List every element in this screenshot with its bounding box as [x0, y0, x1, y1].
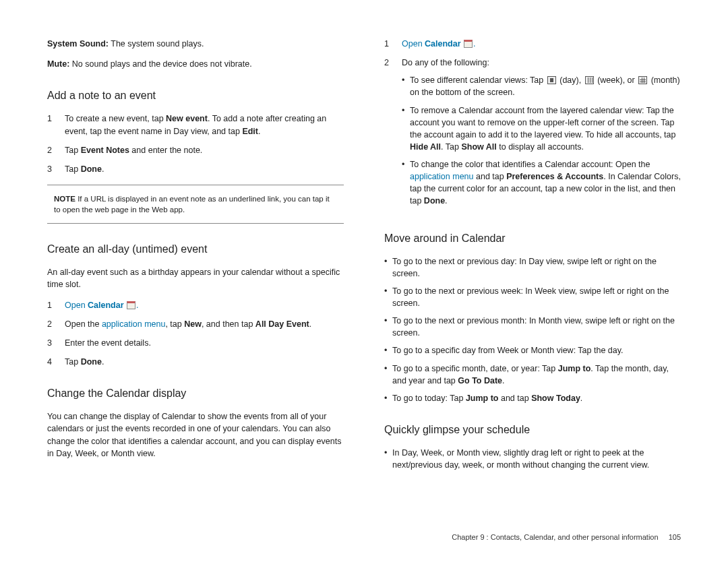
page-number: 105	[669, 533, 681, 541]
system-sound-line: System Sound: The system sound plays.	[47, 38, 344, 50]
bullets-glimpse: In Day, Week, or Month view, slightly dr…	[384, 447, 681, 471]
sub-bullets-views: To see different calendar views: Tap (da…	[402, 74, 681, 207]
right-column: 1 Open Calendar . 2 Do any of the follow…	[384, 38, 681, 476]
month-view-icon	[638, 76, 647, 84]
allday-intro: An all-day event such as a birthday appe…	[47, 266, 344, 290]
calendar-icon	[464, 40, 473, 48]
system-sound-text: The system sound plays.	[109, 39, 204, 49]
steps-change-display: 1 Open Calendar . 2 Do any of the follow…	[384, 38, 681, 213]
steps-add-note: 1 To create a new event, tap New event. …	[47, 113, 344, 175]
calendar-icon	[127, 301, 135, 309]
bullets-move-around: To go to the next or previous day: In Da…	[384, 255, 681, 404]
steps-allday: 1 Open Calendar . 2 Open the application…	[47, 299, 344, 369]
footer-chapter: Chapter 9 : Contacts, Calendar, and othe…	[452, 533, 658, 541]
two-column-layout: System Sound: The system sound plays. Mu…	[47, 38, 681, 476]
heading-change-display: Change the Calendar display	[47, 385, 344, 401]
mute-label: Mute:	[47, 59, 69, 69]
mute-text: No sound plays and the device does not v…	[69, 59, 251, 69]
mute-line: Mute: No sound plays and the device does…	[47, 58, 344, 70]
system-sound-label: System Sound:	[47, 39, 109, 49]
heading-add-note: Add a note to an event	[47, 88, 344, 103]
left-column: System Sound: The system sound plays. Mu…	[47, 38, 344, 476]
heading-glimpse: Quickly glimpse your schedule	[384, 422, 681, 437]
heading-allday: Create an all-day (untimed) event	[47, 241, 344, 257]
note-box: NOTE If a URL is displayed in an event n…	[47, 185, 344, 224]
note-label: NOTE	[54, 195, 75, 203]
change-display-intro: You can change the display of Calendar t…	[47, 410, 344, 460]
note-text: If a URL is displayed in an event note a…	[54, 195, 330, 214]
page-footer: Chapter 9 : Contacts, Calendar, and othe…	[452, 532, 681, 543]
week-view-icon	[585, 76, 594, 84]
heading-move-around: Move around in Calendar	[384, 230, 681, 246]
day-view-icon	[547, 76, 556, 84]
